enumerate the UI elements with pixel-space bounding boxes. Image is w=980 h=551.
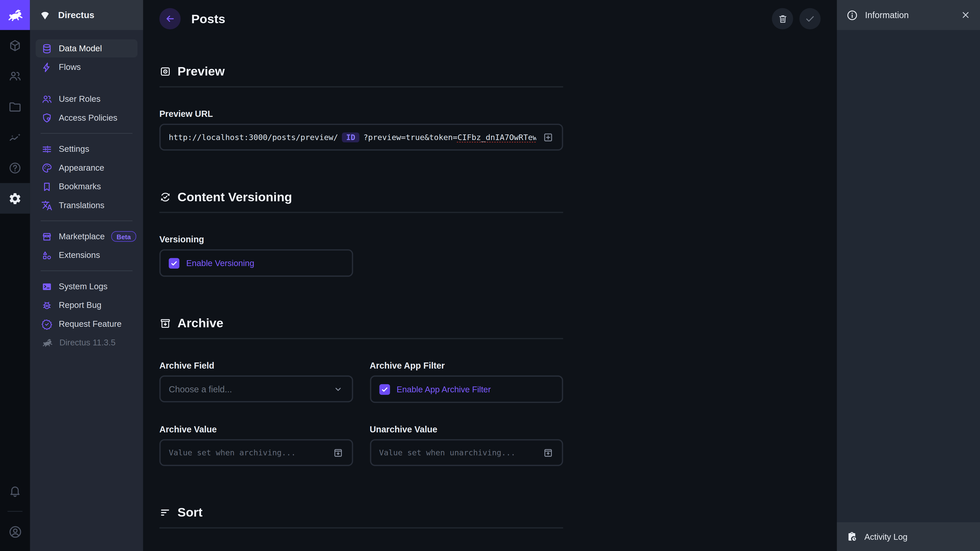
settings-nav-sidebar: Directus Data Model Flows User Roles Acc… bbox=[30, 0, 143, 551]
directus-logo-button[interactable] bbox=[0, 0, 30, 30]
archive-value-input[interactable] bbox=[169, 448, 326, 457]
module-insights[interactable] bbox=[0, 122, 30, 152]
shapes-icon bbox=[41, 249, 52, 261]
archive-down-icon bbox=[332, 447, 344, 458]
info-sidebar-header: Information bbox=[837, 0, 980, 30]
shield-person-icon bbox=[41, 112, 52, 124]
notifications-button[interactable] bbox=[0, 475, 30, 506]
directus-rabbit-icon bbox=[6, 6, 24, 24]
sidebar-item-label: Translations bbox=[59, 200, 104, 210]
sidebar-item-label: Settings bbox=[59, 144, 89, 154]
preview-url-value: http://localhost:3000/posts/preview/ID?p… bbox=[169, 132, 536, 142]
avatar-icon bbox=[8, 525, 22, 539]
archive-field-label: Archive Field bbox=[159, 360, 353, 370]
section-heading-text: Sort bbox=[178, 505, 203, 519]
sidebar-item-report-bug[interactable]: Report Bug bbox=[36, 296, 138, 314]
sidebar-item-user-roles[interactable]: User Roles bbox=[36, 90, 138, 108]
module-help[interactable] bbox=[0, 152, 30, 183]
archive-app-filter-column: Archive App Filter Enable App Archive Fi… bbox=[370, 339, 563, 403]
insights-icon bbox=[8, 130, 22, 144]
version-label: Directus 11.3.5 bbox=[59, 338, 116, 348]
sidebar-item-translations[interactable]: Translations bbox=[36, 196, 138, 214]
storefront-icon bbox=[41, 231, 52, 242]
module-settings[interactable] bbox=[0, 183, 30, 214]
module-file-library[interactable] bbox=[0, 91, 30, 122]
section-sort-title: Sort bbox=[159, 505, 563, 519]
cube-icon bbox=[8, 38, 22, 52]
section-heading-text: Archive bbox=[178, 316, 224, 330]
archive-field-select[interactable]: Choose a field... bbox=[159, 375, 353, 402]
nav-gap bbox=[30, 77, 143, 89]
database-icon bbox=[41, 43, 52, 54]
project-chooser[interactable]: Directus bbox=[30, 0, 143, 30]
unarchive-value-input[interactable] bbox=[379, 448, 536, 457]
sidebar-item-flows[interactable]: Flows bbox=[36, 58, 138, 76]
preview-icon bbox=[159, 65, 171, 78]
terminal-icon bbox=[41, 281, 52, 292]
sidebar-item-data-model[interactable]: Data Model bbox=[36, 39, 138, 57]
sidebar-item-label: Access Policies bbox=[59, 113, 118, 122]
checkbox-label: Enable Versioning bbox=[186, 259, 255, 268]
sidebar-item-request-feature[interactable]: Request Feature bbox=[36, 315, 138, 333]
activity-log-button[interactable]: Activity Log bbox=[837, 522, 980, 551]
sidebar-item-bookmarks[interactable]: Bookmarks bbox=[36, 178, 138, 196]
sidebar-item-marketplace[interactable]: Marketplace Beta bbox=[36, 227, 138, 245]
url-prefix: http://localhost:3000/posts/preview/ bbox=[169, 132, 338, 141]
versioning-label: Versioning bbox=[159, 234, 353, 244]
sidebar-item-label: Extensions bbox=[59, 251, 100, 260]
rabbit-icon bbox=[41, 337, 53, 349]
section-content-versioning: Content Versioning Versioning Enable Ver… bbox=[159, 190, 563, 276]
module-content[interactable] bbox=[0, 30, 30, 61]
sidebar-item-extensions[interactable]: Extensions bbox=[36, 246, 138, 264]
sidebar-item-label: Appearance bbox=[59, 163, 104, 172]
delete-collection-button[interactable] bbox=[772, 8, 793, 29]
people-icon bbox=[41, 94, 52, 105]
sidebar-item-access-policies[interactable]: Access Policies bbox=[36, 109, 138, 127]
module-bar bbox=[0, 0, 30, 551]
sync-check-icon bbox=[159, 191, 171, 203]
sidebar-item-label: Report Bug bbox=[59, 300, 101, 310]
directus-version: Directus 11.3.5 bbox=[36, 333, 138, 352]
archive-icon bbox=[159, 318, 171, 329]
enable-versioning-checkbox[interactable]: Enable Versioning bbox=[159, 249, 353, 277]
bolt-icon bbox=[41, 62, 52, 73]
enable-app-archive-filter-checkbox[interactable]: Enable App Archive Filter bbox=[370, 375, 563, 403]
project-name: Directus bbox=[58, 10, 94, 20]
sidebar-item-label: Data Model bbox=[59, 44, 102, 53]
section-sort: Sort Sort Field bbox=[159, 505, 563, 551]
sidebar-item-label: Marketplace bbox=[59, 232, 105, 241]
section-archive: Archive Archive Field Choose a field... … bbox=[159, 316, 563, 466]
info-sidebar-body bbox=[837, 30, 980, 522]
archive-up-icon bbox=[542, 447, 554, 458]
sidebar-item-system-logs[interactable]: System Logs bbox=[36, 277, 138, 295]
user-menu-button[interactable] bbox=[0, 516, 30, 547]
versioning-column: Versioning Enable Versioning bbox=[159, 213, 353, 277]
trash-icon bbox=[777, 14, 788, 24]
beta-badge: Beta bbox=[111, 231, 137, 242]
module-user-directory[interactable] bbox=[0, 61, 30, 91]
module-bar-divider bbox=[7, 511, 22, 511]
select-placeholder: Choose a field... bbox=[169, 384, 326, 394]
close-icon bbox=[961, 10, 970, 20]
back-button[interactable] bbox=[159, 8, 180, 29]
add-variable-icon[interactable] bbox=[542, 132, 554, 143]
sidebar-item-appearance[interactable]: Appearance bbox=[36, 159, 138, 177]
sidebar-item-settings[interactable]: Settings bbox=[36, 140, 138, 158]
bell-icon bbox=[8, 484, 22, 498]
section-divider bbox=[159, 527, 563, 529]
section-heading-text: Content Versioning bbox=[178, 190, 292, 204]
palette-icon bbox=[41, 162, 52, 173]
nav-divider bbox=[41, 270, 132, 271]
save-button[interactable] bbox=[799, 8, 821, 29]
sidebar-item-label: Bookmarks bbox=[59, 182, 101, 191]
collection-settings-form: Preview Preview URL http://localhost:300… bbox=[143, 38, 579, 551]
header-actions bbox=[772, 8, 821, 29]
archive-field-column: Archive Field Choose a field... bbox=[159, 339, 353, 403]
close-sidebar-button[interactable] bbox=[961, 10, 970, 20]
help-icon bbox=[8, 161, 22, 175]
archive-value-field bbox=[159, 439, 353, 466]
versioning-empty-column bbox=[370, 213, 563, 277]
chevron-down-icon bbox=[332, 383, 344, 394]
sidebar-item-label: Request Feature bbox=[59, 319, 121, 329]
preview-url-field[interactable]: http://localhost:3000/posts/preview/ID?p… bbox=[159, 124, 563, 151]
